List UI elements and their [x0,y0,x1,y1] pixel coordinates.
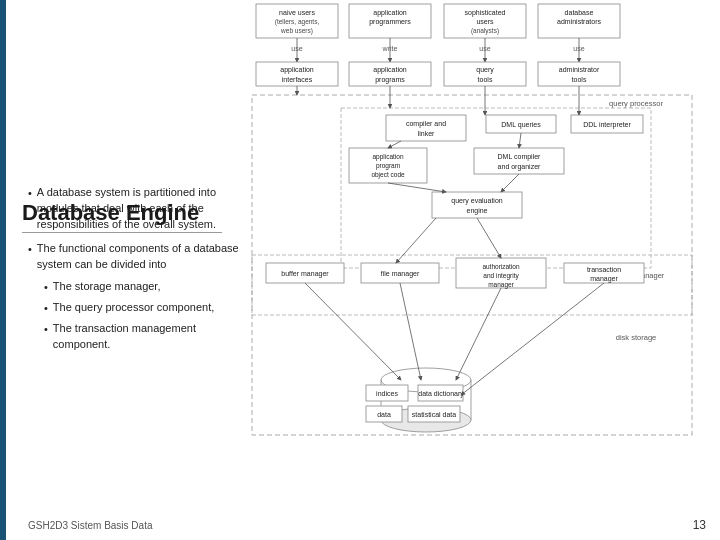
svg-line-84 [396,218,436,263]
svg-line-92 [388,183,446,192]
svg-text:engine: engine [466,207,487,215]
architecture-diagram: naive users (tellers, agents, web users)… [246,0,706,490]
svg-rect-48 [474,148,564,174]
svg-text:database: database [565,9,594,16]
svg-text:query processor: query processor [609,99,663,108]
svg-text:authorization: authorization [482,263,520,270]
svg-text:administrator: administrator [559,66,600,73]
footer-course: GSH2D3 Sistem Basis Data [28,520,153,531]
svg-text:disk storage: disk storage [616,333,656,342]
svg-text:administrators: administrators [557,18,601,25]
sub-text-1: The storage manager, [53,279,161,294]
svg-text:statistical data: statistical data [412,411,456,418]
left-text-panel: • A database system is partitioned into … [28,185,243,360]
svg-text:(analysts): (analysts) [471,27,499,35]
svg-text:naive users: naive users [279,9,315,16]
bullet-section-1: • A database system is partitioned into … [28,185,243,233]
svg-text:compiler and: compiler and [406,120,446,128]
svg-text:users: users [476,18,494,25]
sub-text-3: The transaction management component. [53,321,243,352]
sub-bullet-2: • The query processor component, [44,300,243,316]
svg-text:application: application [373,66,407,74]
svg-rect-37 [386,115,466,141]
svg-text:application: application [280,66,314,74]
svg-text:object code: object code [371,171,405,179]
bullet-section-2: • The functional components of a databas… [28,241,243,352]
sub-bullet-1: • The storage manager, [44,279,243,295]
sub-bullet-3: • The transaction management component. [44,321,243,352]
svg-line-86 [305,283,401,380]
bullet-item-1: • A database system is partitioned into … [28,185,243,233]
svg-text:linker: linker [418,130,435,137]
svg-text:write: write [382,45,398,52]
svg-text:buffer manager: buffer manager [281,270,329,278]
svg-text:DML compiler: DML compiler [498,153,542,161]
diagram-area: naive users (tellers, agents, web users)… [246,0,706,490]
svg-text:indices: indices [376,390,398,397]
bullet-dot-1: • [28,186,32,202]
svg-text:program: program [376,162,400,170]
bullet-text-2: The functional components of a database … [37,241,243,273]
bullet-item-2: • The functional components of a databas… [28,241,243,273]
sub-dot-2: • [44,301,48,316]
sub-text-2: The query processor component, [53,300,214,315]
svg-text:programs: programs [375,76,405,84]
svg-line-91 [519,133,521,148]
svg-line-89 [461,283,604,395]
svg-text:file manager: file manager [381,270,420,278]
sub-dot-3: • [44,322,48,337]
svg-text:and integrity: and integrity [483,272,519,280]
slide-content: Database Engine • A database system is p… [6,0,720,540]
svg-text:interfaces: interfaces [282,76,313,83]
svg-line-87 [400,283,421,380]
sub-bullets: • The storage manager, • The query proce… [44,279,243,353]
svg-text:manager: manager [488,281,514,289]
svg-rect-51 [432,192,522,218]
svg-text:(tellers, agents,: (tellers, agents, [275,18,320,26]
footer: GSH2D3 Sistem Basis Data 13 [12,518,720,532]
svg-line-93 [501,174,519,192]
svg-text:application: application [372,153,403,161]
svg-text:application: application [373,9,407,17]
svg-text:data dictionary: data dictionary [418,390,464,398]
svg-text:DDL interpreter: DDL interpreter [583,121,631,129]
svg-text:tools: tools [478,76,493,83]
bullet-dot-2: • [28,242,32,258]
bullet-text-1: A database system is partitioned into mo… [37,185,243,233]
svg-text:data: data [377,411,391,418]
svg-text:transaction: transaction [587,266,621,273]
svg-text:programmers: programmers [369,18,411,26]
svg-text:sophisticated: sophisticated [465,9,506,17]
svg-text:query: query [476,66,494,74]
footer-page-number: 13 [693,518,706,532]
svg-text:DML queries: DML queries [501,121,541,129]
svg-line-90 [388,141,401,148]
svg-text:tools: tools [572,76,587,83]
svg-text:web users): web users) [280,27,313,35]
sub-dot-1: • [44,280,48,295]
svg-text:and organizer: and organizer [498,163,541,171]
svg-line-88 [456,288,501,380]
svg-text:query evaluation: query evaluation [451,197,502,205]
svg-text:manager: manager [590,275,618,283]
svg-line-85 [477,218,501,258]
